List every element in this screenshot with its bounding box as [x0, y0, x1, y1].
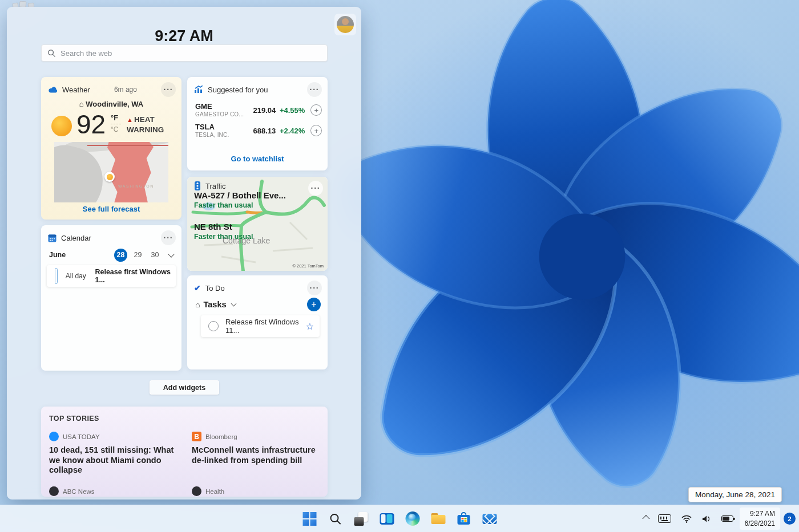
abc-news-logo-icon [49, 486, 59, 496]
news-article[interactable]: B Bloomberg McConnell wants infrastructu… [192, 432, 328, 465]
bloomberg-logo-icon: B [192, 432, 201, 441]
traffic-widget[interactable]: Traffic ··· WA-527 / Bothell Eve... Fast… [187, 177, 328, 271]
todo-widget[interactable]: ✔ To Do ··· ⌂ Tasks + Release first Wind… [187, 275, 328, 369]
watchlist-add-button[interactable]: + [310, 104, 322, 116]
store-icon [458, 512, 470, 525]
touch-keyboard-button[interactable] [654, 509, 675, 529]
todo-check-icon: ✔ [194, 283, 201, 293]
usa-today-logo-icon [49, 432, 59, 441]
traffic-route: NE 8th St [194, 222, 232, 232]
speaker-icon [702, 515, 711, 523]
article-headline: 10 dead, 151 still missing: What we know… [49, 445, 185, 476]
calendar-day-30[interactable]: 30 [148, 249, 162, 262]
stock-row-gme[interactable]: GME GAMESTOP CO... 219.04 +4.55% + [195, 101, 322, 119]
mail-button[interactable] [478, 507, 501, 530]
weather-more-button[interactable]: ··· [161, 82, 176, 97]
cloud-icon [48, 86, 58, 94]
stock-row-tsla[interactable]: TSLA TESLA, INC. 688.13 +2.42% + [195, 121, 322, 140]
edge-button[interactable] [401, 507, 424, 530]
warning-icon: ▲ [127, 116, 133, 123]
temperature-value: 92 [76, 109, 106, 140]
date-tooltip: Monday, June 28, 2021 [688, 487, 782, 502]
store-button[interactable] [453, 507, 475, 530]
calendar-day-28[interactable]: 28 [114, 249, 127, 262]
clock-date-button[interactable]: 9:27 AM 6/28/2021 [740, 507, 780, 529]
add-task-button[interactable]: + [307, 298, 321, 311]
tasks-home-icon: ⌂ [195, 300, 200, 309]
battery-button[interactable] [717, 509, 737, 529]
calendar-event[interactable]: All day Release first Windows 1... [47, 265, 176, 287]
web-search-bar[interactable] [41, 44, 328, 62]
taskbar: 9:27 AM 6/28/2021 2 [0, 505, 799, 532]
unit-celsius[interactable]: °C [111, 125, 126, 133]
traffic-status: Faster than usual [194, 201, 253, 209]
weather-widget[interactable]: Weather 6m ago ··· ⌂ Woodinville, WA 92 … [41, 77, 181, 220]
todo-more-button[interactable]: ··· [307, 281, 322, 295]
show-hidden-icons-button[interactable] [639, 509, 652, 529]
go-to-watchlist-link[interactable]: Go to watchlist [231, 155, 284, 163]
notification-badge[interactable]: 2 [784, 513, 796, 525]
add-widgets-button[interactable]: Add widgets [150, 380, 219, 395]
avatar [337, 16, 354, 33]
taskbar-search-button[interactable] [324, 507, 347, 530]
news-article[interactable]: Health [192, 486, 328, 497]
search-input[interactable] [60, 49, 321, 58]
unit-fahrenheit[interactable]: °F [111, 113, 126, 122]
see-full-forecast-link[interactable]: See full forecast [83, 205, 140, 213]
news-article[interactable]: USA TODAY 10 dead, 151 still missing: Wh… [49, 432, 185, 476]
weather-title: Weather [62, 86, 90, 94]
search-icon [329, 513, 342, 525]
stock-company: TESLA, INC. [195, 132, 247, 138]
file-explorer-button[interactable] [427, 507, 450, 530]
calendar-more-button[interactable]: ··· [161, 230, 176, 245]
location-pin-icon [104, 172, 115, 182]
calendar-widget[interactable]: Calendar ··· June 28 29 30 All day Relea… [41, 225, 181, 371]
article-source: Health [205, 488, 224, 495]
map-attribution: © 2021 TomTom [292, 263, 324, 269]
profile-button[interactable] [334, 14, 356, 35]
keyboard-icon [658, 514, 671, 523]
event-accent-bar [55, 268, 58, 284]
start-button[interactable] [298, 507, 321, 530]
weather-location: ⌂ Woodinville, WA [41, 100, 181, 108]
desktop: 9:27 AM Weather 6m ago ··· ⌂ Wo [0, 0, 799, 532]
stock-change: +4.55% [276, 106, 305, 115]
article-source: USA TODAY [63, 433, 100, 440]
traffic-title: Traffic [205, 182, 225, 190]
stock-price: 688.13 [247, 127, 276, 135]
task-view-icon [380, 513, 394, 525]
top-stories-widget: TOP STORIES USA TODAY 10 dead, 151 still… [41, 407, 328, 497]
calendar-expand-chevron-icon[interactable] [168, 251, 174, 257]
weather-alert: ▲HEAT WARNING [127, 115, 171, 135]
battery-icon [721, 515, 733, 522]
task-title: Release first Windows 11... [225, 318, 306, 335]
news-article[interactable]: ABC News [49, 486, 185, 497]
stocks-more-button[interactable]: ··· [307, 82, 322, 97]
task-view-button[interactable] [376, 507, 398, 530]
weather-updated: 6m ago [114, 86, 137, 94]
traffic-more-button[interactable]: ··· [308, 181, 323, 196]
tray-date: 6/28/2021 [745, 519, 775, 528]
task-star-icon[interactable]: ☆ [306, 321, 314, 332]
network-button[interactable] [677, 509, 696, 529]
wifi-icon [681, 515, 692, 523]
event-time: All day [66, 272, 95, 280]
stock-change: +2.42% [276, 127, 305, 135]
widgets-icon [354, 512, 368, 526]
tasks-chevron-icon[interactable] [231, 301, 236, 307]
volume-button[interactable] [698, 509, 715, 529]
article-headline: McConnell wants infrastructure de-linked… [192, 445, 328, 465]
stocks-title: Suggested for you [208, 86, 268, 94]
calendar-month: June [49, 251, 66, 259]
task-item[interactable]: Release first Windows 11... ☆ [201, 315, 320, 337]
tray-time: 9:27 AM [745, 509, 775, 518]
widgets-button[interactable] [350, 507, 373, 530]
calendar-day-29[interactable]: 29 [131, 249, 144, 262]
calendar-title: Calendar [61, 234, 91, 242]
stocks-widget[interactable]: Suggested for you ··· GME GAMESTOP CO...… [187, 77, 328, 170]
stock-ticker: GME [195, 103, 247, 111]
watchlist-add-button[interactable]: + [310, 125, 322, 136]
mail-icon [482, 514, 497, 524]
sun-icon [51, 116, 72, 136]
task-checkbox[interactable] [208, 321, 219, 331]
